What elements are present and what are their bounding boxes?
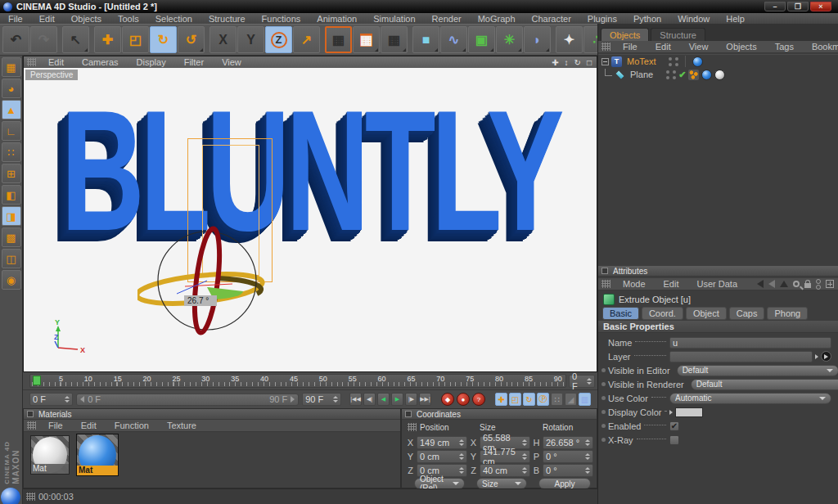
axis-mode-button[interactable]: ▲ — [2, 100, 21, 119]
spinner[interactable] — [331, 396, 338, 403]
spinner[interactable] — [520, 453, 527, 460]
color-expand-icon[interactable] — [669, 410, 673, 415]
material-thumbnail-white[interactable]: Mat — [30, 435, 70, 475]
animation-dot-icon[interactable] — [601, 382, 606, 386]
lock-x-axis-button[interactable]: X — [210, 26, 237, 53]
visibility-dots[interactable] — [669, 57, 678, 66]
layer-input[interactable] — [669, 351, 813, 362]
scale-key-toggle[interactable]: ◰ — [509, 393, 521, 406]
scroll-right-icon[interactable] — [291, 396, 295, 403]
apply-button[interactable]: Apply — [538, 478, 591, 489]
menubar-item[interactable]: Tools — [110, 14, 147, 24]
scroll-left-icon[interactable] — [80, 396, 84, 403]
maximize-button[interactable]: ❐ — [787, 2, 809, 11]
last-tool-button[interactable]: ↺ — [178, 26, 205, 53]
object-manager-menu-item[interactable]: View — [680, 42, 718, 52]
current-frame-field[interactable]: 0 F — [569, 375, 595, 388]
menubar-item[interactable]: Selection — [147, 14, 200, 24]
viewport-maximize-icon[interactable]: □ — [587, 58, 592, 67]
keyframe-options-button[interactable]: ? — [472, 393, 485, 406]
viewport-menu-item[interactable]: Filter — [175, 57, 213, 67]
materials-menu-item[interactable]: Edit — [72, 421, 106, 430]
coordinate-system-button[interactable]: ↗ — [293, 26, 320, 53]
rotation-h-field[interactable]: 26.658 ° — [543, 436, 593, 449]
polygons-mode-button[interactable]: ◧ — [2, 185, 21, 205]
menubar-item[interactable]: Edit — [31, 14, 63, 24]
object-name-motext[interactable]: MoText — [624, 56, 658, 66]
minimize-button[interactable]: – — [764, 2, 786, 11]
viewport-pan-icon[interactable]: ✚ — [552, 58, 558, 67]
rotation-gizmo[interactable]: 26.7 ° — [137, 214, 277, 353]
attribute-tab[interactable]: Coord. — [642, 307, 683, 320]
menubar-item[interactable]: Plugins — [579, 14, 625, 24]
viewport-rotate-icon[interactable]: ↻ — [574, 58, 581, 67]
size-mode-select[interactable]: Size — [476, 478, 527, 489]
spinner[interactable] — [583, 467, 590, 474]
attribute-tab[interactable]: Phong — [767, 307, 808, 320]
menubar-item[interactable]: Window — [669, 14, 718, 24]
deformer-enabled-check[interactable]: ✔ — [678, 70, 686, 80]
viewport-zoom-icon[interactable]: ↕ — [565, 58, 569, 67]
object-manager-menu-item[interactable]: Edit — [647, 42, 680, 52]
timeline-ruler[interactable]: 0 5 10 15 20 25 30 35 40 45 50 55 — [29, 374, 566, 388]
size-y-field[interactable]: 141.775 cm — [480, 450, 530, 463]
rotation-b-field[interactable]: 0 ° — [543, 464, 593, 477]
animation-dot-icon[interactable] — [601, 438, 606, 442]
history-back-icon[interactable] — [757, 280, 764, 288]
xray-checkbox[interactable] — [669, 435, 679, 445]
panel-dock-icon[interactable] — [601, 268, 608, 274]
render-settings-button[interactable]: ▦ — [353, 26, 380, 53]
add-primitive-button[interactable]: ■ — [412, 26, 439, 53]
visibility-dots[interactable] — [666, 70, 676, 79]
next-frame-button[interactable]: |▶ — [405, 393, 417, 406]
viewport-canvas[interactable]: Perspective BLUNTLY 26.7 ° Y X Z — [24, 68, 597, 371]
edges-mode-button[interactable]: ⊞ — [2, 164, 21, 183]
position-key-toggle[interactable]: ✚ — [495, 393, 507, 406]
attribute-tab[interactable]: Basic — [602, 307, 639, 320]
keyframe-presets-button[interactable]: ▥ — [579, 393, 591, 406]
pla-key-toggle[interactable]: ∷ — [551, 393, 563, 406]
material-tag-blue[interactable] — [701, 70, 712, 80]
animation-mode-button[interactable]: ◉ — [2, 270, 21, 290]
timeline-playhead[interactable] — [33, 376, 41, 385]
object-axis-button[interactable]: ∟ — [2, 121, 21, 141]
goto-end-button[interactable]: ▶▶| — [419, 393, 431, 406]
position-y-field[interactable]: 0 cm — [417, 450, 467, 463]
menubar-item[interactable]: Python — [625, 14, 669, 24]
animation-dot-icon[interactable] — [601, 396, 606, 400]
record-keyframe-button[interactable]: ◆ — [441, 393, 454, 406]
range-start-field[interactable]: 0 F — [29, 393, 73, 406]
menubar-item[interactable]: Animation — [309, 14, 365, 24]
prev-frame-button[interactable]: ◀| — [363, 393, 376, 406]
menubar-item[interactable]: Objects — [63, 14, 110, 24]
materials-panel-header[interactable]: Materials — [24, 409, 400, 420]
animation-dot-icon[interactable] — [601, 368, 606, 372]
object-manager-menu-item[interactable]: File — [614, 42, 647, 52]
menubar-item[interactable]: MoGraph — [470, 14, 524, 24]
attributes-menu-item[interactable]: User Data — [688, 279, 747, 289]
goto-start-button[interactable]: |◀◀ — [349, 393, 362, 406]
add-panel-icon[interactable] — [826, 280, 834, 288]
spinner[interactable] — [62, 396, 70, 403]
menubar-item[interactable]: Character — [524, 14, 579, 24]
layer-browser-icon[interactable] — [821, 351, 831, 362]
viewport-menu-item[interactable]: Display — [128, 57, 175, 67]
panel-dock-icon[interactable] — [405, 411, 412, 417]
material-name-label-selected[interactable]: Mat — [77, 466, 118, 475]
phong-tag-icon[interactable] — [688, 70, 699, 80]
object-manager-menu-item[interactable]: Objects — [717, 42, 765, 52]
model-mode-button[interactable]: ◕ — [2, 79, 21, 98]
manager-tab[interactable]: Objects — [601, 28, 649, 41]
menubar-item[interactable]: Help — [718, 14, 753, 24]
animation-dot-icon[interactable] — [601, 424, 606, 428]
attributes-menu-item[interactable]: Mode — [614, 279, 655, 289]
points-mode-button[interactable]: ∷ — [2, 142, 21, 162]
animation-dot-icon[interactable] — [601, 410, 606, 414]
texture-mode-button[interactable]: ▩ — [2, 227, 21, 247]
panel-grip[interactable] — [27, 58, 36, 66]
object-row-plane[interactable]: Plane ✔ — [598, 68, 838, 81]
visible-editor-select[interactable]: Default — [677, 365, 838, 376]
object-name-plane[interactable]: Plane — [628, 70, 656, 79]
enabled-checkbox[interactable]: ✔ — [669, 421, 679, 431]
attribute-tab[interactable]: Caps — [729, 307, 765, 320]
